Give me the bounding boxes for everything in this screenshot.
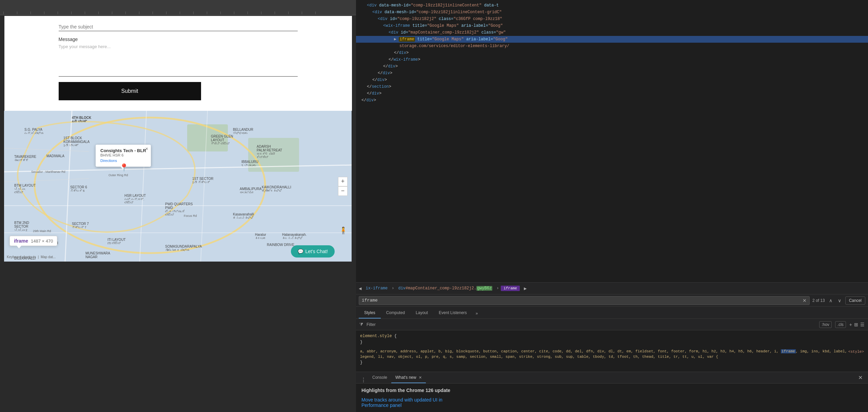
map-label-outerring3: 29th Main Rd [33, 229, 51, 233]
filter-pseudo-button[interactable]: :hov [819, 321, 832, 328]
map-shortcuts-label: Keyboard shortcuts | Map dat... [7, 255, 56, 259]
map-label-pwdquarters: PWD QUARTERSPWDಪಿ.ಡಬ್ಲ್ಯು.ಡಿಲೇಔಟ್ [165, 202, 193, 210]
subject-field [59, 23, 298, 31]
chat-button-label: Let's Chat! [305, 249, 328, 254]
map-label-haralur: Haralurಹರಲೂರ [255, 233, 266, 236]
filter-add-icon[interactable]: + [849, 322, 852, 327]
zoom-in-button[interactable]: + [338, 177, 348, 186]
devtools-breadcrumb: ◀ ix-iframe › div#mapContainer_comp-l9zz… [356, 282, 868, 294]
filter-input[interactable] [379, 322, 816, 327]
ruler-top [0, 0, 356, 15]
styles-content: element.style { } <style> a, abbr, acron… [356, 330, 868, 372]
map-label-sector6: SECTOR 6ಸೆಕ್ಟರ್ 6 [70, 185, 87, 189]
map-label-adarshlayout: ADARSHPALM RETREATಆದರ್ಶ ಪಾಮ್ರಿಟ್ರೀಟ್ [257, 145, 282, 152]
ruler-mark [288, 12, 302, 14]
tab-layout[interactable]: Layout [410, 308, 433, 318]
website-content-area: Message Type your message here... Submit [4, 16, 352, 111]
bottom-panel-menu-icon[interactable]: ⋮ [359, 377, 368, 383]
map-label-somasundarapalya: SOMASUNDARAPALYAಸೋಮಸುಂದರ ಪಾಳ್ಯ [165, 245, 202, 248]
ruler-mark [302, 12, 315, 14]
search-prev-button[interactable]: ∧ [828, 297, 834, 304]
breadcrumb-item-ix-iframe[interactable]: ix-iframe [363, 285, 390, 291]
map-label-outerring2: Outer Ring Rd [108, 173, 128, 177]
map-label-kasavanahalli: Kasavanahalliಕಸವನಹಳ್ಳಿ [233, 212, 254, 216]
html-tree: <div data-mesh-id="comp-l9zz182j1inlineC… [356, 0, 868, 282]
map-label-focusroad: Focus Rd [184, 214, 197, 218]
live-chat-button[interactable]: 💬 Let's Chat! [291, 245, 335, 258]
bottom-panel-tabs: ⋮ Console What's new ✕ ✕ [356, 372, 868, 384]
ruler-mark [44, 12, 58, 14]
map-label-madiwala: MADIWALA [46, 154, 64, 158]
tab-console[interactable]: Console [368, 372, 391, 383]
breadcrumb-item-mapcontainer[interactable]: div#mapContainer_comp-l9zz182j2.gwyB6z [396, 285, 494, 291]
ruler-mark [125, 12, 139, 14]
iframe-tooltip: iframe 1487 × 470 [9, 236, 57, 246]
style-selector: element.style [360, 334, 394, 338]
html-line: </div> [356, 90, 868, 97]
ruler-mark [31, 12, 44, 14]
html-line: <div id="comp-l9zz182j2" class="c36GfP c… [356, 16, 868, 22]
map-label-ibbaluru: IBBALURUಇಬ್ಬಾಲೂರು [241, 160, 258, 164]
website-preview-panel: Message Type your message here... Submit… [0, 0, 356, 412]
popup-directions-link[interactable]: Directions [100, 159, 117, 163]
filter-layout-icon[interactable]: ☰ [860, 322, 865, 327]
tab-more-button[interactable]: » [472, 308, 481, 318]
ruler-mark [248, 12, 261, 14]
html-line: <div id="mapContainer_comp-l9zz182j2" cl… [356, 29, 868, 36]
popup-subtitle: BHIVE HSR 6 [100, 153, 146, 157]
map-label-halanayakanah: Halanayakanah.ಹಲಸನಹಳ್ಳಿ [282, 233, 307, 236]
tab-whats-new[interactable]: What's new ✕ [391, 372, 426, 383]
search-cancel-button[interactable]: Cancel [845, 296, 865, 305]
zoom-out-button[interactable]: − [338, 186, 348, 196]
ruler-mark [180, 12, 193, 14]
iframe-size-label: 1487 × 470 [31, 239, 53, 244]
filter-label: Filter [367, 322, 376, 327]
map-label-itilayout: ITI LAYOUTITI ಲೇಔಟ್ [107, 238, 126, 242]
ruler-mark [207, 12, 220, 14]
map-label-tavarekere: TAVAREKEREತಾವರೆಕೆರೆ [14, 155, 36, 159]
ruler-mark [193, 12, 207, 14]
subject-input[interactable] [59, 23, 298, 31]
ruler-marks [0, 0, 356, 15]
bottom-panel-content: Highlights from the Chrome 126 update Mo… [356, 384, 868, 412]
map-pin: 📍 [119, 163, 125, 170]
tab-event-listeners[interactable]: Event Listeners [433, 308, 472, 318]
map-zoom-controls: + − [338, 177, 348, 196]
devtools-panel: <div data-mesh-id="comp-l9zz182j1inlineC… [356, 0, 868, 412]
whats-new-close-button[interactable]: ✕ [419, 375, 422, 379]
news-item-title[interactable]: Move tracks around with updated UI inPer… [361, 397, 863, 408]
map-label-sgpalya: S.G. PALYAಎಸ್.ಜಿ.ಪಾಳ್ಯ [24, 128, 42, 131]
tab-styles[interactable]: Styles [359, 308, 381, 318]
search-next-button[interactable]: ∨ [836, 297, 843, 304]
ruler-mark [58, 12, 71, 14]
map-label-btmlayout: BTM LAYOUTಬಿ.ಟಿ.ಎಂ.ಲೇಔಟ್ [14, 184, 36, 187]
ruler-mark [220, 12, 234, 14]
ruler-mark [261, 12, 275, 14]
search-input[interactable] [362, 298, 801, 303]
ruler-mark [139, 12, 153, 14]
map-label-hsrlayout: HSR LAYOUTಎಚ್.ಎಸ್.ಆರ್.ಲೇಔಟ್ [124, 194, 146, 198]
filter-cls-button[interactable]: .cls [835, 321, 846, 328]
ruler-mark [17, 12, 31, 14]
breadcrumb-item-iframe[interactable]: iframe [501, 286, 520, 291]
search-clear-button[interactable]: ✕ [803, 298, 807, 303]
ruler-mark [315, 12, 329, 14]
message-placeholder: Type your message here... [59, 44, 298, 49]
html-line-selected: ▶ iframe title="Google Maps" aria-label=… [356, 36, 868, 43]
submit-button[interactable]: Submit [59, 82, 201, 100]
filter-new-style-icon[interactable]: ⊞ [854, 322, 858, 327]
map-label-outerring1: Seciailur : Marithanav Rd [31, 170, 65, 173]
map-label-1stblock: 1ST BLOCKKORAMANGALA1ನೇ ಬ್ಲಾಕ್ [63, 136, 90, 144]
breadcrumb-left-arrow[interactable]: ◀ [359, 286, 361, 291]
message-label: Message [59, 37, 298, 42]
popup-close-button[interactable]: × [145, 146, 148, 151]
breadcrumb-right-arrow[interactable]: ▶ [524, 286, 527, 291]
style-rule-global: <style> a, abbr, acronym, address, apple… [360, 349, 864, 366]
map-label-muneshwara: MUNESHWARANAGAR [85, 251, 110, 259]
map-street-view-icon[interactable]: 🧍 [339, 226, 348, 234]
tab-computed[interactable]: Computed [381, 308, 410, 318]
ruler-mark [166, 12, 180, 14]
ruler-mark [85, 12, 98, 14]
bottom-panel-close-button[interactable]: ✕ [855, 374, 865, 381]
html-line: </wix-iframe> [356, 56, 868, 63]
